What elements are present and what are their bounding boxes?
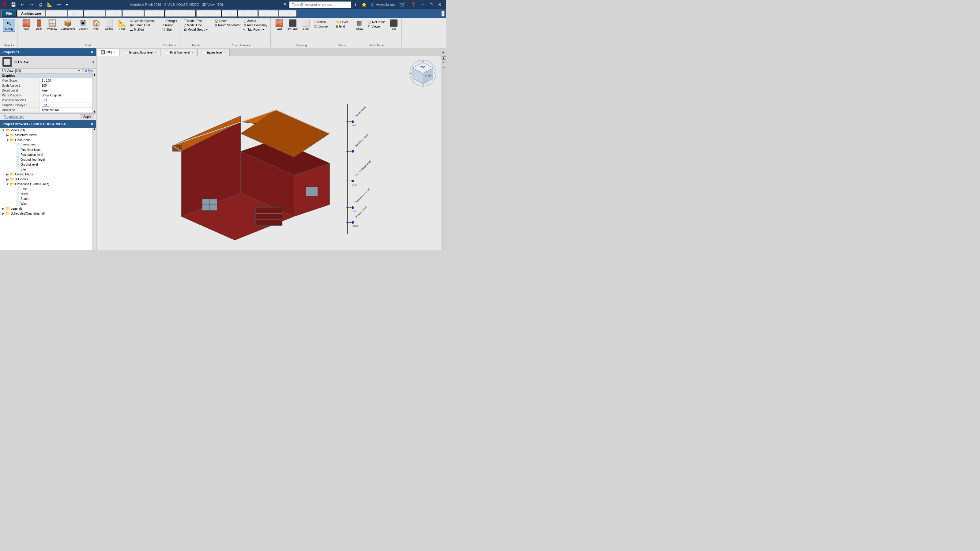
tree-toggle-ceiling-plans[interactable]: ▶ <box>5 173 10 176</box>
ribbon-btn-model-text[interactable]: T Model Text <box>183 19 209 23</box>
ribbon-btn-room-separator[interactable]: ⊟ Room Separator <box>213 23 242 27</box>
tab-modify[interactable]: Modify <box>278 10 297 17</box>
tree-item-schedules[interactable]: ▶ 📁 Schedules/Quantities (all) <box>0 211 92 216</box>
tab-steel[interactable]: Steel <box>67 10 84 17</box>
ribbon-btn-wall-opening[interactable]: 🧱 Wall <box>273 19 285 31</box>
zoom-out-button[interactable]: − <box>442 65 445 70</box>
help-icon[interactable]: ❓ <box>409 2 418 8</box>
tree-item-foundation-level[interactable]: 📄 Foundation level <box>0 152 92 157</box>
ribbon-btn-mullion[interactable]: ▬ Mullion <box>129 27 156 32</box>
zoom-in-button[interactable]: + <box>442 60 445 65</box>
ribbon-btn-viewer[interactable]: 👁 Viewer <box>366 24 387 29</box>
ribbon-btn-vertical[interactable]: ↕ Vertical <box>313 20 330 24</box>
ribbon-btn-ramp[interactable]: ↗ Ramp <box>161 23 178 27</box>
close-button[interactable]: ✕ <box>436 2 444 8</box>
tree-item-first-floor-level[interactable]: 📄 First floor level <box>0 147 92 152</box>
tree-item-3d-views[interactable]: ▶ 📁 3D Views <box>0 176 92 181</box>
ribbon-btn-wall[interactable]: 🧱 Wall <box>20 19 32 31</box>
ribbon-search-input[interactable] <box>290 2 351 8</box>
properties-apply-button[interactable]: Apply <box>80 114 94 119</box>
tree-item-structural-plans[interactable]: ▶ 📁 Structural Plans <box>0 133 92 137</box>
tree-item-ground-level[interactable]: 📄 Ground level <box>0 162 92 167</box>
ribbon-btn-ref-plane[interactable]: 📋 Ref Plane <box>366 20 387 24</box>
minimize-button[interactable]: ─ <box>420 2 426 8</box>
quick-access-annotate[interactable]: ✏ <box>56 2 63 8</box>
maximize-button[interactable]: □ <box>428 2 434 8</box>
tabs-dropdown-button[interactable]: ▾ <box>441 49 446 55</box>
tree-item-east[interactable]: 📄 East <box>0 186 92 191</box>
ribbon-btn-door[interactable]: 🚪 Door <box>33 19 45 31</box>
ribbon-btn-component[interactable]: 📦 Component <box>59 19 76 31</box>
prop-scroll-down[interactable]: ▼ <box>93 111 97 113</box>
ribbon-btn-shaft[interactable]: ⬜ Shaft <box>300 19 312 31</box>
ribbon-btn-model-group[interactable]: ⊡ Model Group ▾ <box>183 27 209 32</box>
3d-tab-close[interactable]: ✕ <box>113 51 116 54</box>
first-floor-tab-close[interactable]: ✕ <box>191 51 194 54</box>
ribbon-btn-grid[interactable]: ⊞ Grid <box>334 24 349 29</box>
tree-toggle-legends[interactable]: ▶ <box>1 207 5 210</box>
tree-item-elevations[interactable]: ▼ 📂 Elevations (12mm Circle) <box>0 181 92 186</box>
star-icon[interactable]: ⭐ <box>360 2 368 8</box>
tab-first-floor[interactable]: 📄 First floor level ✕ <box>161 49 197 56</box>
tab-architecture[interactable]: Architecture <box>17 10 45 17</box>
tab-ground-floor[interactable]: 📄 Ground floor level ✕ <box>120 49 160 56</box>
cart-icon[interactable]: 🛒 <box>398 2 407 8</box>
tree-toggle-3d-views[interactable]: ▶ <box>5 178 10 181</box>
ground-floor-tab-close[interactable]: ✕ <box>154 51 157 54</box>
quick-access-redo[interactable]: ↪ <box>27 2 35 8</box>
tree-item-views-all[interactable]: ▼ 📂 Views (all) <box>0 128 92 133</box>
properties-close-button[interactable]: ✕ <box>90 49 94 54</box>
quick-access-print[interactable]: 🖨 <box>36 2 44 8</box>
browser-scroll-up[interactable]: ▲ <box>93 128 97 130</box>
quick-access-measure[interactable]: 📐 <box>45 2 54 8</box>
ribbon-btn-modify[interactable]: ↖ Modify <box>3 19 15 32</box>
tree-item-site[interactable]: 📄 Site <box>0 167 92 172</box>
prop-edit-type-link[interactable]: Edit Type <box>81 69 94 73</box>
properties-help-link[interactable]: Properties help <box>2 114 26 119</box>
tree-toggle-structural-plans[interactable]: ▶ <box>5 133 10 137</box>
tree-item-north[interactable]: 📄 North <box>0 191 92 196</box>
tab-3d[interactable]: 🔲 {3D} ✕ <box>97 49 119 56</box>
tree-toggle-views-all[interactable]: ▼ <box>1 129 5 132</box>
ribbon-btn-curtain-grid[interactable]: ⊞ Curtain Grid <box>129 23 156 27</box>
tab-massing-site[interactable]: Massing & Site <box>165 10 196 17</box>
tab-eaves[interactable]: 📄 Eaves level ✕ <box>197 49 229 56</box>
ribbon-btn-railing[interactable]: ⊣ Railing ▾ <box>161 19 178 23</box>
tab-add-ins[interactable]: Add-Ins <box>258 10 278 17</box>
3d-viewport[interactable]: Eaves level 3600 First floor level Groun… <box>97 56 446 250</box>
ribbon-btn-set[interactable]: ⬛ Set <box>387 19 400 31</box>
ribbon-btn-roof[interactable]: 🏠 Roof <box>90 19 103 31</box>
ribbon-btn-area-boundary[interactable]: ⊡ Area Boundary <box>242 23 269 27</box>
ribbon-btn-level[interactable]: 📏 Level <box>334 20 349 24</box>
tab-annotate[interactable]: Annotate <box>122 10 144 17</box>
ribbon-btn-model-line[interactable]: ╱ Model Line <box>183 23 209 27</box>
graphic-display-edit-button[interactable]: Edit... <box>40 103 92 108</box>
tree-item-west[interactable]: 📄 West <box>0 201 92 206</box>
tree-item-ceiling-plans[interactable]: ▶ 📁 Ceiling Plans <box>0 172 92 176</box>
tree-item-ground-floor-level[interactable]: 📄 Ground floor level <box>0 157 92 162</box>
ribbon-btn-dormer[interactable]: 🏠 Dormer <box>313 24 330 29</box>
tree-item-eaves-level[interactable]: 📄 Eaves level <box>0 142 92 147</box>
ribbon-btn-curtain-system[interactable]: ▭ Curtain System <box>129 19 156 23</box>
prop-scroll-up[interactable]: ▲ <box>93 73 97 76</box>
ribbon-btn-floor[interactable]: 📐 Floor <box>116 19 128 31</box>
tab-collaborate[interactable]: Collaborate <box>196 10 222 17</box>
tab-view[interactable]: View <box>222 10 238 17</box>
ribbon-btn-ceiling[interactable]: ⬜ Ceiling <box>103 19 115 31</box>
ribbon-collapse-icon[interactable]: ▾ <box>441 11 445 16</box>
ribbon-btn-stair[interactable]: 🪜 Stair <box>161 27 178 32</box>
tab-file[interactable]: File <box>1 10 17 17</box>
tree-toggle-elevations[interactable]: ▼ <box>5 183 10 186</box>
project-browser-close-button[interactable]: ✕ <box>90 122 94 126</box>
ribbon-btn-area[interactable]: ◫ Area ▾ <box>242 19 269 23</box>
tab-systems[interactable]: Systems <box>84 10 105 17</box>
quick-access-save[interactable]: 💾 <box>9 2 18 8</box>
tab-analyze[interactable]: Analyze <box>144 10 165 17</box>
tab-insert[interactable]: Insert <box>105 10 123 17</box>
eaves-tab-close[interactable]: ✕ <box>224 51 226 54</box>
ribbon-btn-tag-room[interactable]: 🏷 Tag Room ▾ <box>242 27 269 32</box>
tab-manage[interactable]: Manage <box>238 10 258 17</box>
prop-type-dropdown-icon[interactable]: ▾ <box>92 60 94 65</box>
ribbon-btn-column[interactable]: 🏛 Column <box>77 19 90 31</box>
viewport-scrollbar-vertical[interactable]: ▲ + − ▼ <box>441 56 446 250</box>
